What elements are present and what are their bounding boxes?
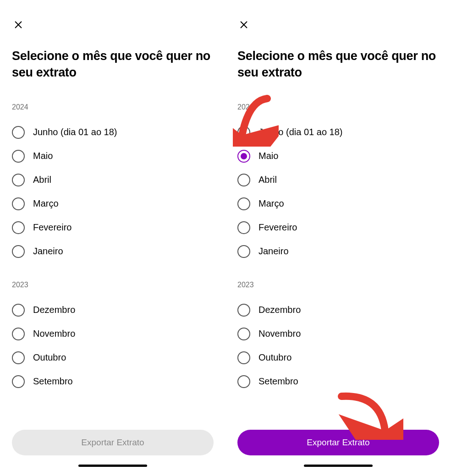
- month-option[interactable]: Junho (dia 01 ao 18): [12, 120, 214, 144]
- page-title: Selecione o mês que você quer no seu ext…: [237, 48, 439, 81]
- month-option[interactable]: Maio: [12, 144, 214, 168]
- radio-icon: [237, 126, 250, 139]
- year-section-2023: 2023 Dezembro Novembro Outubro Setembro: [12, 277, 214, 394]
- month-option-label: Junho (dia 01 ao 18): [258, 127, 342, 137]
- month-select-screen-left: Selecione o mês que você quer no seu ext…: [0, 0, 226, 476]
- month-option-label: Janeiro: [258, 246, 289, 257]
- month-option-label: Maio: [33, 151, 53, 161]
- radio-icon: [12, 126, 25, 139]
- close-icon: [239, 20, 249, 30]
- month-option[interactable]: Abril: [12, 168, 214, 192]
- month-option-label: Fevereiro: [33, 222, 72, 233]
- radio-icon: [12, 304, 25, 317]
- radio-dot-icon: [241, 153, 247, 159]
- month-select-screen-right: Selecione o mês que você quer no seu ext…: [226, 0, 451, 476]
- month-list-2024: Junho (dia 01 ao 18) Maio Abril Março Fe…: [12, 120, 214, 263]
- month-option-label: Setembro: [33, 376, 73, 387]
- month-list-2023: Dezembro Novembro Outubro Setembro: [237, 298, 439, 394]
- month-option[interactable]: Outubro: [12, 346, 214, 370]
- close-button[interactable]: [237, 18, 250, 31]
- month-option[interactable]: Novembro: [12, 322, 214, 346]
- month-option[interactable]: Dezembro: [12, 298, 214, 322]
- year-section-2024: 2024 Junho (dia 01 ao 18) Maio Abril Mar…: [237, 99, 439, 263]
- month-option-label: Novembro: [33, 328, 75, 339]
- month-option[interactable]: Maio: [237, 144, 439, 168]
- home-indicator[interactable]: [78, 465, 147, 467]
- month-option[interactable]: Setembro: [237, 370, 439, 394]
- month-option-label: Março: [258, 198, 284, 209]
- month-option[interactable]: Setembro: [12, 370, 214, 394]
- radio-icon: [12, 328, 25, 340]
- radio-icon: [12, 174, 25, 186]
- radio-icon: [12, 197, 25, 210]
- month-option[interactable]: Janeiro: [237, 240, 439, 263]
- year-label: 2024: [12, 103, 214, 111]
- month-option-label: Maio: [258, 151, 278, 161]
- month-option-label: Dezembro: [33, 305, 75, 315]
- close-button[interactable]: [12, 18, 25, 31]
- month-option[interactable]: Dezembro: [237, 298, 439, 322]
- month-option[interactable]: Março: [12, 192, 214, 216]
- month-option[interactable]: Novembro: [237, 322, 439, 346]
- radio-icon: [12, 375, 25, 388]
- month-option-label: Dezembro: [258, 305, 301, 315]
- month-option[interactable]: Fevereiro: [12, 216, 214, 240]
- radio-icon: [237, 375, 250, 388]
- month-list-2024: Junho (dia 01 ao 18) Maio Abril Março Fe…: [237, 120, 439, 263]
- month-option[interactable]: Março: [237, 192, 439, 216]
- year-section-2024: 2024 Junho (dia 01 ao 18) Maio Abril Mar…: [12, 99, 214, 263]
- radio-icon: [12, 150, 25, 163]
- month-option[interactable]: Outubro: [237, 346, 439, 370]
- radio-icon: [237, 197, 250, 210]
- export-button[interactable]: Exportar Extrato: [12, 430, 214, 455]
- month-option-label: Junho (dia 01 ao 18): [33, 127, 117, 137]
- month-option[interactable]: Janeiro: [12, 240, 214, 263]
- radio-icon: [12, 351, 25, 364]
- year-label: 2023: [237, 281, 439, 289]
- month-option[interactable]: Junho (dia 01 ao 18): [237, 120, 439, 144]
- radio-icon: [12, 221, 25, 234]
- month-option-label: Janeiro: [33, 246, 63, 257]
- radio-icon-selected: [237, 150, 250, 163]
- export-button[interactable]: Exportar Extrato: [237, 430, 439, 455]
- year-label: 2023: [12, 281, 214, 289]
- close-icon: [13, 20, 23, 30]
- month-option-label: Novembro: [258, 328, 301, 339]
- month-list-2023: Dezembro Novembro Outubro Setembro: [12, 298, 214, 394]
- radio-icon: [237, 328, 250, 340]
- radio-icon: [237, 221, 250, 234]
- year-section-2023: 2023 Dezembro Novembro Outubro Setembro: [237, 277, 439, 394]
- radio-icon: [237, 351, 250, 364]
- year-label: 2024: [237, 103, 439, 111]
- month-option[interactable]: Abril: [237, 168, 439, 192]
- month-option-label: Outubro: [33, 352, 66, 363]
- month-option-label: Abril: [258, 175, 277, 185]
- home-indicator[interactable]: [304, 465, 373, 467]
- month-option-label: Março: [33, 198, 59, 209]
- month-option-label: Outubro: [258, 352, 292, 363]
- month-option-label: Setembro: [258, 376, 298, 387]
- radio-icon: [12, 245, 25, 258]
- month-option-label: Fevereiro: [258, 222, 297, 233]
- month-option[interactable]: Fevereiro: [237, 216, 439, 240]
- radio-icon: [237, 304, 250, 317]
- month-option-label: Abril: [33, 175, 51, 185]
- radio-icon: [237, 245, 250, 258]
- page-title: Selecione o mês que você quer no seu ext…: [12, 48, 214, 81]
- radio-icon: [237, 174, 250, 186]
